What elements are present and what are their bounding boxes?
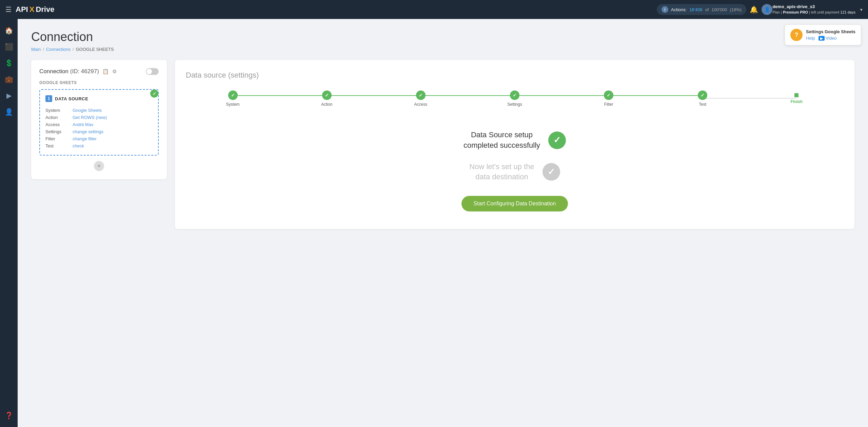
step-circle-settings bbox=[510, 90, 519, 100]
connection-id: (ID: 46297) bbox=[70, 68, 99, 75]
help-question-icon: ? bbox=[790, 29, 803, 41]
next-title2: data destination bbox=[469, 172, 534, 182]
table-row: Settings change settings bbox=[45, 128, 153, 135]
cta-button[interactable]: Start Configuring Data Destination bbox=[461, 196, 568, 211]
row-label: Settings bbox=[45, 128, 73, 135]
check-gray-icon bbox=[542, 163, 560, 181]
row-value: Google Sheets bbox=[73, 107, 153, 114]
actions-used: 18'406 bbox=[689, 7, 703, 12]
connection-header: Connection (ID: 46297) 📋 ⚙ bbox=[39, 68, 159, 75]
row-value: Andrii Mav bbox=[73, 121, 153, 128]
step-filter: Filter bbox=[562, 90, 656, 107]
avatar: 👤 bbox=[762, 4, 772, 15]
sidebar-item-video[interactable]: ▶ bbox=[1, 88, 16, 103]
add-circle-button[interactable]: + bbox=[94, 161, 104, 171]
sidebar-item-account[interactable]: 👤 bbox=[1, 104, 16, 119]
actions-pill: i Actions: 18'406 of 100'000 (18%) bbox=[657, 4, 746, 15]
help-links: Help ▶Video bbox=[806, 36, 855, 41]
step-circle-action bbox=[322, 90, 332, 100]
breadcrumb-main[interactable]: Main bbox=[31, 47, 41, 52]
sidebar-item-connections[interactable]: ⬛ bbox=[1, 39, 16, 54]
step-label-action: Action bbox=[321, 102, 332, 107]
row-value: change settings bbox=[73, 128, 153, 135]
step-action: Action bbox=[280, 90, 374, 107]
row-value: change filter bbox=[73, 135, 153, 142]
step-system: System bbox=[186, 90, 280, 107]
step-circle-system bbox=[228, 90, 238, 100]
success-row-2: Now let's set up the data destination bbox=[469, 162, 560, 183]
row-value: Get ROWS (new) bbox=[73, 114, 153, 121]
logo-api: API bbox=[16, 5, 28, 14]
step-label-access: Access bbox=[414, 102, 428, 107]
breadcrumb: Main / Connections / GOOGLE SHEETS bbox=[31, 47, 854, 52]
ds-check-badge bbox=[150, 89, 158, 98]
sidebar-item-home[interactable]: 🏠 bbox=[1, 23, 16, 38]
video-link[interactable]: ▶Video bbox=[818, 36, 837, 41]
step-circle-access bbox=[416, 90, 426, 100]
step-circle-filter bbox=[604, 90, 613, 100]
help-text: Settings Google Sheets Help ▶Video bbox=[806, 29, 855, 41]
right-card: Data source (settings) System Action Acc… bbox=[175, 60, 854, 229]
cards-row: Connection (ID: 46297) 📋 ⚙ GOOGLE SHEETS… bbox=[31, 60, 854, 229]
add-btn: + bbox=[39, 161, 159, 171]
connection-title: Connection (ID: 46297) bbox=[39, 68, 99, 75]
help-title: Settings Google Sheets bbox=[806, 29, 855, 34]
row-label: Action bbox=[45, 114, 73, 121]
table-row: Action Get ROWS (new) bbox=[45, 114, 153, 121]
info-icon: i bbox=[662, 6, 668, 13]
success-row-1: Data Source setup completed successfully bbox=[463, 130, 566, 151]
steps-row: System Action Access Settings Filter bbox=[186, 90, 844, 107]
next-title: Now let's set up the bbox=[469, 162, 534, 172]
sidebar-item-billing[interactable]: 💲 bbox=[1, 56, 16, 70]
step-label-finish: Finish bbox=[791, 99, 803, 104]
data-source-box: 1 DATA SOURCE System Google Sheets Actio… bbox=[39, 89, 159, 156]
check-green-icon bbox=[548, 131, 566, 149]
left-card: Connection (ID: 46297) 📋 ⚙ GOOGLE SHEETS… bbox=[31, 60, 167, 179]
sidebar-item-briefcase[interactable]: 💼 bbox=[1, 72, 16, 87]
row-label: Filter bbox=[45, 135, 73, 142]
step-finish: Finish bbox=[750, 93, 844, 104]
ds-title: DATA SOURCE bbox=[55, 96, 88, 101]
actions-total: 100'000 bbox=[712, 7, 727, 12]
hamburger-icon[interactable]: ☰ bbox=[5, 5, 12, 14]
user-name: demo_apix-drive_s3 bbox=[772, 4, 855, 10]
table-row: Test check bbox=[45, 142, 153, 149]
logo: APIXDrive bbox=[16, 5, 54, 14]
ds-header: 1 DATA SOURCE bbox=[45, 95, 153, 102]
main-content: ? Settings Google Sheets Help ▶Video Con… bbox=[18, 19, 868, 427]
breadcrumb-sep2: / bbox=[73, 47, 74, 52]
step-settings: Settings bbox=[468, 90, 561, 107]
page-title: Connection bbox=[31, 30, 854, 44]
success-section: Data Source setup completed successfully… bbox=[186, 123, 844, 218]
ds-settings-title: Data source (settings) bbox=[186, 71, 844, 80]
breadcrumb-connections[interactable]: Connections bbox=[46, 47, 71, 52]
breadcrumb-current: GOOGLE SHEETS bbox=[76, 47, 114, 52]
next-text-block: Now let's set up the data destination bbox=[469, 162, 534, 183]
user-area: demo_apix-drive_s3 Plan | Premium PRO | … bbox=[772, 4, 863, 15]
help-panel: ? Settings Google Sheets Help ▶Video bbox=[785, 24, 861, 45]
ds-table: System Google Sheets Action Get ROWS (ne… bbox=[45, 107, 153, 149]
row-value: check bbox=[73, 142, 153, 149]
actions-pct: (18%) bbox=[730, 7, 742, 12]
step-label-test: Test bbox=[699, 102, 706, 107]
help-link[interactable]: Help bbox=[806, 36, 815, 41]
toggle-switch[interactable] bbox=[146, 68, 159, 75]
sidebar: 🏠 ⬛ 💲 💼 ▶ 👤 ❓ bbox=[0, 19, 18, 427]
breadcrumb-sep1: / bbox=[43, 47, 44, 52]
table-row: Access Andrii Mav bbox=[45, 121, 153, 128]
video-badge: ▶ bbox=[818, 36, 825, 41]
logo-x: X bbox=[29, 5, 35, 14]
sidebar-item-help[interactable]: ❓ bbox=[1, 408, 16, 423]
success-title: Data Source setup bbox=[463, 130, 540, 140]
step-test: Test bbox=[656, 90, 750, 107]
step-label-filter: Filter bbox=[604, 102, 613, 107]
step-dot-finish bbox=[794, 93, 798, 97]
chevron-down-icon[interactable]: ▾ bbox=[860, 7, 863, 12]
source-label: GOOGLE SHEETS bbox=[39, 80, 159, 85]
table-row: System Google Sheets bbox=[45, 107, 153, 114]
user-plan: Plan | Premium PRO | left until payment … bbox=[772, 10, 855, 15]
copy-icon[interactable]: 📋 bbox=[102, 68, 109, 75]
step-access: Access bbox=[374, 90, 468, 107]
settings-icon[interactable]: ⚙ bbox=[112, 68, 117, 75]
bell-icon[interactable]: 🔔 bbox=[750, 5, 758, 14]
